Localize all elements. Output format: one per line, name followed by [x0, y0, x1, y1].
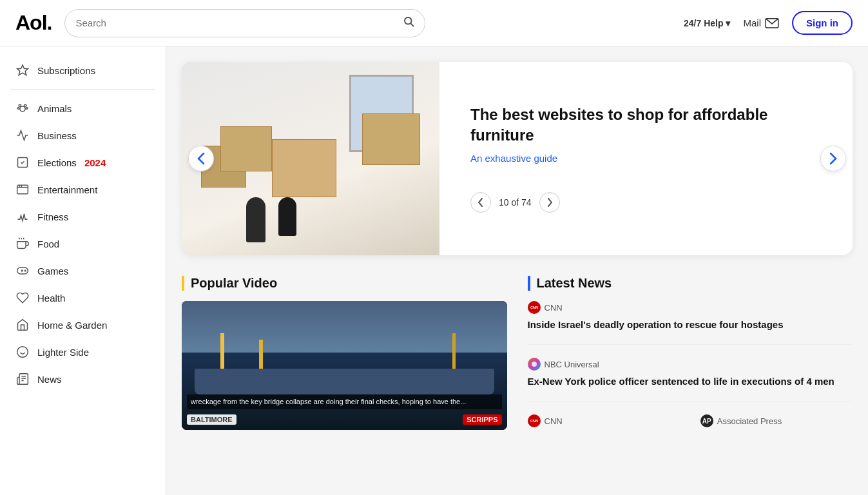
games-icon: [15, 264, 30, 278]
sidebar-item-subscriptions[interactable]: Subscriptions: [0, 57, 166, 84]
svg-marker-3: [17, 65, 28, 75]
home-garden-icon: [15, 318, 30, 332]
news-source-4: AP Associated Press: [700, 414, 853, 427]
search-input[interactable]: [75, 17, 403, 28]
featured-image: [182, 62, 439, 255]
video-caption: wreckage from the key bridge collapse ar…: [187, 394, 502, 409]
featured-text: The best websites to shop for affordable…: [439, 62, 853, 255]
popular-video-title: Popular Video: [182, 276, 507, 291]
fitness-icon: [15, 209, 30, 224]
sidebar-label-home-garden: Home & Garden: [37, 320, 107, 331]
svg-point-21: [17, 347, 28, 358]
svg-line-1: [411, 23, 414, 26]
sidebar-label-fitness: Fitness: [37, 211, 68, 222]
page-prev-button[interactable]: [470, 192, 491, 213]
featured-prev-button[interactable]: [188, 146, 214, 171]
header: Aol. 24/7 Help ▾ Mail Sign in: [0, 0, 868, 46]
latest-news-section: Latest News CNN CNN Inside Israel's dead…: [528, 276, 853, 431]
news-bottom-left: CNN CNN: [528, 414, 680, 431]
news-source-2: NBC Universal: [528, 358, 853, 371]
svg-point-5: [19, 104, 21, 106]
svg-point-28: [532, 362, 537, 367]
elections-icon: [15, 155, 30, 170]
main-layout: Subscriptions Animals Business Elections…: [0, 46, 868, 495]
sidebar-label-food: Food: [37, 238, 59, 249]
popular-video-section: Popular Video BALTIMORE SCRIPPS: [182, 276, 507, 431]
sidebar-item-health[interactable]: Health: [0, 284, 166, 311]
sidebar-item-entertainment[interactable]: Entertainment: [0, 176, 166, 203]
svg-text:CNN: CNN: [530, 306, 537, 309]
svg-text:CNN: CNN: [530, 419, 537, 423]
video-badge-right: SCRIPPS: [463, 414, 501, 425]
source-name-2: NBC Universal: [545, 360, 599, 369]
news-bottom-row: CNN CNN AP Associated Press: [528, 414, 853, 431]
news-headline-1[interactable]: Inside Israel's deadly operation to resc…: [528, 318, 853, 331]
sidebar-divider: [10, 89, 155, 90]
search-bar: [64, 9, 425, 37]
sidebar-label-games: Games: [37, 266, 68, 277]
main-content: The best websites to shop for affordable…: [166, 46, 868, 495]
sidebar-label-lighter-side: Lighter Side: [37, 347, 89, 358]
cnn-logo-2: CNN: [528, 414, 541, 427]
sidebar: Subscriptions Animals Business Elections…: [0, 46, 166, 495]
ap-logo: AP: [700, 414, 713, 427]
sidebar-label-elections: Elections: [37, 157, 77, 168]
search-button[interactable]: [403, 15, 414, 30]
sidebar-item-elections[interactable]: Elections 2024: [0, 149, 166, 176]
svg-point-20: [24, 270, 26, 271]
sidebar-item-animals[interactable]: Animals: [0, 95, 166, 122]
video-thumbnail[interactable]: BALTIMORE SCRIPPS wreckage from the key …: [182, 301, 507, 430]
sidebar-item-food[interactable]: Food: [0, 230, 166, 257]
sidebar-item-fitness[interactable]: Fitness: [0, 203, 166, 230]
source-name-1: CNN: [545, 303, 563, 313]
mail-icon: [765, 18, 779, 28]
sidebar-item-lighter-side[interactable]: Lighter Side: [0, 338, 166, 365]
news-icon: [15, 372, 30, 386]
featured-next-button[interactable]: [820, 146, 846, 171]
sidebar-item-games[interactable]: Games: [0, 257, 166, 284]
video-badge-left: BALTIMORE: [187, 414, 236, 425]
featured-subtitle: An exhaustive guide: [470, 153, 822, 164]
signin-button[interactable]: Sign in: [792, 11, 853, 35]
featured-pagination: 10 of 74: [470, 192, 822, 213]
source-name-3: CNN: [545, 416, 563, 426]
page-next-button[interactable]: [539, 192, 560, 213]
news-item-2: NBC Universal Ex-New York police officer…: [528, 358, 853, 402]
svg-rect-10: [17, 185, 28, 193]
aol-logo: Aol.: [15, 11, 52, 35]
cnn-logo-1: CNN: [528, 301, 541, 314]
svg-point-8: [26, 108, 27, 110]
sidebar-item-home-garden[interactable]: Home & Garden: [0, 311, 166, 338]
sidebar-label-subscriptions: Subscriptions: [37, 65, 95, 76]
news-item-1: CNN CNN Inside Israel's deadly operation…: [528, 301, 853, 345]
chevron-down-icon: ▾: [726, 18, 730, 28]
page-counter: 10 of 74: [499, 197, 532, 208]
sidebar-item-news[interactable]: News: [0, 365, 166, 393]
help-label: 24/7 Help: [684, 18, 723, 28]
two-columns: Popular Video BALTIMORE SCRIPPS: [182, 276, 853, 431]
sidebar-label-entertainment: Entertainment: [37, 184, 97, 195]
mail-label: Mail: [743, 17, 761, 28]
sidebar-item-business[interactable]: Business: [0, 122, 166, 149]
news-source-1: CNN CNN: [528, 301, 853, 314]
featured-card: The best websites to shop for affordable…: [182, 62, 853, 255]
lighter-side-icon: [15, 345, 30, 359]
star-icon: [15, 63, 30, 77]
food-icon: [15, 237, 30, 251]
news-headline-2[interactable]: Ex-New York police officer sentenced to …: [528, 374, 853, 388]
entertainment-icon: [15, 182, 30, 197]
latest-news-title: Latest News: [528, 276, 853, 291]
sidebar-label-news: News: [37, 374, 62, 385]
svg-point-7: [17, 108, 19, 110]
svg-point-4: [20, 106, 25, 112]
source-name-4: Associated Press: [717, 416, 782, 426]
news-bottom-right: AP Associated Press: [700, 414, 853, 431]
mail-button[interactable]: Mail: [743, 17, 779, 28]
business-icon: [15, 128, 30, 142]
animals-icon: [15, 101, 30, 115]
sidebar-label-animals: Animals: [37, 103, 72, 114]
health-icon: [15, 291, 30, 305]
sidebar-label-health: Health: [37, 293, 65, 304]
help-button[interactable]: 24/7 Help ▾: [684, 18, 730, 28]
elections-year: 2024: [84, 157, 106, 168]
